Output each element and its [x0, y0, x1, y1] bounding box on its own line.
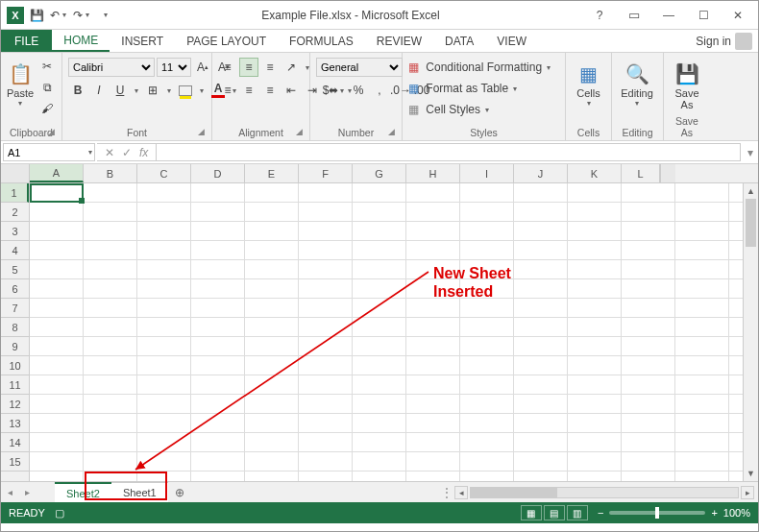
- row-header-14[interactable]: 14: [1, 433, 29, 452]
- page-break-view-button[interactable]: ▥: [567, 505, 588, 520]
- hscroll-thumb[interactable]: [471, 488, 557, 497]
- format-painter-button[interactable]: 🖌: [37, 99, 57, 118]
- cut-button[interactable]: ✂: [37, 57, 57, 76]
- sheet-nav-prev[interactable]: ▸: [18, 487, 36, 497]
- enter-formula-button[interactable]: ✓: [122, 146, 132, 159]
- percent-button[interactable]: %: [349, 81, 368, 100]
- col-header-J[interactable]: J: [514, 164, 568, 182]
- select-all-corner[interactable]: [1, 164, 30, 182]
- maximize-button[interactable]: ☐: [689, 5, 718, 26]
- col-header-A[interactable]: A: [30, 164, 84, 182]
- align-bottom-button[interactable]: ≡: [260, 58, 280, 77]
- col-header-D[interactable]: D: [191, 164, 245, 182]
- tab-formulas[interactable]: FORMULAS: [278, 30, 365, 52]
- cells-area[interactable]: [30, 183, 743, 481]
- row-header-1[interactable]: 1: [1, 183, 29, 203]
- undo-button[interactable]: ↶▾: [49, 5, 70, 26]
- comma-button[interactable]: ,: [370, 81, 389, 100]
- cancel-formula-button[interactable]: ✕: [105, 146, 114, 159]
- clipboard-launcher[interactable]: ◢: [46, 127, 56, 136]
- vertical-scrollbar[interactable]: ▲ ▼: [743, 183, 758, 481]
- bold-button[interactable]: B: [68, 81, 87, 100]
- format-as-table-button[interactable]: ▦ Format as Table▾: [408, 78, 553, 99]
- horizontal-scrollbar[interactable]: ⋮ ◂ ▸: [191, 486, 758, 499]
- scroll-right-button[interactable]: ▸: [741, 486, 754, 499]
- minimize-button[interactable]: —: [654, 5, 683, 26]
- zoom-slider[interactable]: [609, 511, 705, 515]
- decrease-indent-button[interactable]: ⇤: [282, 81, 301, 100]
- save-as-button[interactable]: 💾Save As: [670, 57, 704, 110]
- row-header-10[interactable]: 10: [1, 356, 29, 375]
- col-header-G[interactable]: G: [353, 164, 406, 182]
- col-header-E[interactable]: E: [245, 164, 299, 182]
- row-header-13[interactable]: 13: [1, 414, 29, 433]
- scroll-up-button[interactable]: ▲: [744, 183, 758, 199]
- number-launcher[interactable]: ◢: [386, 127, 396, 136]
- row-header-15[interactable]: 15: [1, 452, 29, 472]
- row-header-11[interactable]: 11: [1, 375, 29, 395]
- font-launcher[interactable]: ◢: [196, 127, 206, 136]
- sign-in-button[interactable]: Sign in: [690, 30, 758, 52]
- page-layout-view-button[interactable]: ▤: [544, 505, 565, 520]
- row-header-8[interactable]: 8: [1, 318, 29, 337]
- sheet-tab-sheet2[interactable]: Sheet2: [55, 482, 111, 502]
- alignment-launcher[interactable]: ◢: [294, 127, 304, 136]
- close-button[interactable]: ✕: [723, 5, 752, 26]
- tab-insert[interactable]: INSERT: [110, 30, 175, 52]
- underline-button[interactable]: U: [110, 81, 130, 100]
- zoom-in-button[interactable]: +: [711, 507, 717, 519]
- col-header-B[interactable]: B: [84, 164, 137, 182]
- col-header-I[interactable]: I: [460, 164, 514, 182]
- formula-input[interactable]: [160, 144, 736, 160]
- sheet-nav-first[interactable]: ◂: [1, 487, 18, 497]
- tab-home[interactable]: HOME: [52, 30, 110, 52]
- editing-button[interactable]: 🔍Editing▾: [618, 57, 656, 108]
- row-header-12[interactable]: 12: [1, 395, 29, 414]
- tab-page-layout[interactable]: PAGE LAYOUT: [175, 30, 278, 52]
- name-box-input[interactable]: [8, 147, 65, 158]
- active-cell-A1[interactable]: [30, 183, 84, 203]
- fx-button[interactable]: fx: [139, 146, 148, 159]
- zoom-level[interactable]: 100%: [723, 507, 750, 519]
- help-button[interactable]: ?: [585, 5, 614, 26]
- col-header-H[interactable]: H: [406, 164, 460, 182]
- grow-font-button[interactable]: A▴: [193, 58, 212, 77]
- row-header-9[interactable]: 9: [1, 337, 29, 356]
- name-box[interactable]: ▾: [3, 143, 95, 161]
- vscroll-thumb[interactable]: [746, 199, 756, 247]
- col-header-L[interactable]: L: [622, 164, 660, 182]
- cell-styles-button[interactable]: ▦ Cell Styles▾: [408, 99, 553, 120]
- row-header-5[interactable]: 5: [1, 260, 29, 279]
- paste-button[interactable]: 📋 Paste ▾: [7, 57, 34, 108]
- tab-view[interactable]: VIEW: [485, 30, 538, 52]
- row-header-2[interactable]: 2: [1, 203, 29, 222]
- row-header-7[interactable]: 7: [1, 299, 29, 318]
- redo-button[interactable]: ↷▾: [72, 5, 93, 26]
- accounting-button[interactable]: $: [316, 81, 335, 100]
- align-left-button[interactable]: ≡: [218, 81, 237, 100]
- italic-button[interactable]: I: [89, 81, 109, 100]
- align-right-button[interactable]: ≡: [260, 81, 280, 100]
- customize-qat-button[interactable]: ▾: [95, 5, 116, 26]
- number-format-select[interactable]: General: [316, 58, 403, 77]
- align-middle-button[interactable]: ≡: [239, 58, 258, 77]
- scroll-left-button[interactable]: ◂: [454, 486, 468, 499]
- row-header-6[interactable]: 6: [1, 279, 29, 299]
- conditional-formatting-button[interactable]: ▦ Conditional Formatting▾: [408, 57, 553, 78]
- hscroll-track[interactable]: [470, 487, 739, 498]
- align-center-button[interactable]: ≡: [239, 81, 258, 100]
- align-top-button[interactable]: ≡: [218, 58, 237, 77]
- normal-view-button[interactable]: ▦: [521, 505, 542, 520]
- col-header-F[interactable]: F: [299, 164, 353, 182]
- row-header-3[interactable]: 3: [1, 222, 29, 241]
- col-header-C[interactable]: C: [137, 164, 191, 182]
- tab-data[interactable]: DATA: [433, 30, 485, 52]
- new-sheet-button[interactable]: ⊕: [168, 486, 191, 499]
- font-size-select[interactable]: 11: [157, 58, 191, 77]
- border-button[interactable]: ⊞: [143, 81, 162, 100]
- scroll-down-button[interactable]: ▼: [744, 466, 758, 481]
- font-name-select[interactable]: Calibri: [68, 58, 155, 77]
- row-header-4[interactable]: 4: [1, 241, 29, 260]
- orientation-button[interactable]: ↗: [282, 58, 301, 77]
- expand-formula-button[interactable]: ▾: [743, 141, 758, 163]
